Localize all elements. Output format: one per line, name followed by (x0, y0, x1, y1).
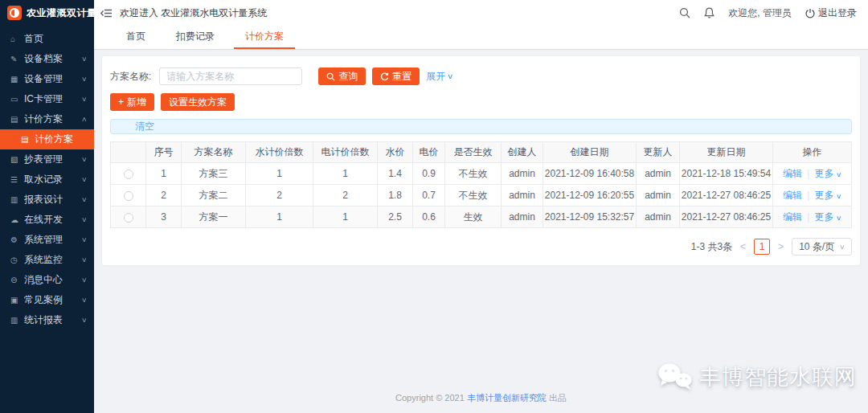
edit-link[interactable]: 编辑 (783, 190, 802, 201)
sidebar-item-ic-card-manage[interactable]: ▭IC卡管理∨ (0, 89, 94, 109)
plan-name-input[interactable] (159, 67, 302, 85)
row-radio-button[interactable] (124, 213, 133, 223)
sidebar-item-common-cases[interactable]: ▣常见案例∨ (0, 290, 94, 310)
search-button[interactable]: 查询 (318, 67, 366, 85)
reset-button[interactable]: 重置 (372, 67, 420, 85)
column-header: 操作 (773, 142, 852, 163)
more-link[interactable]: 更多 ∨ (814, 190, 841, 201)
sidebar-item-label: 取水记录 (24, 173, 82, 186)
wechat-icon (657, 362, 694, 392)
actions-cell: 编辑|更多 ∨ (773, 185, 852, 206)
table-cell: admin (637, 206, 680, 228)
sidebar-item-label: 在线开发 (24, 213, 82, 227)
row-radio-button[interactable] (124, 191, 133, 201)
selection-bar: 清空 (110, 119, 852, 134)
tab-pricing-plan[interactable]: 计价方案 (234, 26, 295, 49)
more-link[interactable]: 更多 ∨ (814, 211, 841, 223)
chevron-down-icon: ∨ (81, 176, 88, 183)
table-cell: 1 (246, 163, 313, 185)
table-header-row: 序号方案名称水计价倍数电计价倍数水价电价是否生效创建人创建日期更新人更新日期操作 (111, 142, 852, 163)
message-center-icon: ⊖ (10, 276, 24, 284)
page-number-button[interactable]: 1 (754, 239, 770, 255)
table-cell: 生效 (445, 206, 502, 228)
sidebar-toggle-icon[interactable] (100, 8, 113, 18)
tab-fee-records[interactable]: 扣费记录 (165, 26, 226, 49)
column-header: 序号 (146, 142, 182, 163)
user-greeting: 欢迎您, 管理员 (728, 6, 792, 20)
chevron-down-icon: ∨ (81, 276, 88, 284)
toolbar-row: + 新增 设置生效方案 (110, 93, 852, 111)
edit-link[interactable]: 编辑 (783, 211, 802, 223)
table-cell: 2021-12-09 15:32:57 (543, 206, 637, 228)
clear-selection-link[interactable]: 清空 (135, 120, 154, 133)
chevron-down-icon: ∨ (81, 216, 88, 223)
sidebar-item-stats-report[interactable]: ▥统计报表∨ (0, 310, 94, 330)
logout-button[interactable]: 退出登录 (805, 6, 857, 20)
column-header: 创建人 (502, 142, 543, 163)
sidebar-item-label: 计价方案 (35, 133, 87, 146)
chevron-down-icon: ∨ (447, 72, 454, 80)
select-cell (111, 163, 146, 185)
select-cell (111, 185, 146, 206)
sidebar-item-online-dev[interactable]: ☁在线开发∨ (0, 210, 94, 230)
tab-home[interactable]: 首页 (115, 26, 157, 49)
table-row: 2方案二221.80.7不生效admin2021-12-09 16:20:55a… (111, 185, 852, 206)
next-page-icon[interactable]: > (777, 241, 784, 252)
footer-org-link[interactable]: 丰博计量创新研究院 (467, 393, 547, 403)
sidebar-item-label: 系统管理 (24, 233, 82, 247)
table-cell: 0.6 (413, 206, 445, 228)
add-button[interactable]: + 新增 (110, 93, 154, 111)
column-header: 水价 (378, 142, 413, 163)
table-cell: 1 (146, 163, 182, 185)
edit-link[interactable]: 编辑 (783, 168, 802, 179)
meter-reading-icon: ▧ (10, 155, 24, 164)
chevron-down-icon: ∨ (81, 55, 88, 63)
home-icon: ⌂ (10, 35, 24, 43)
row-radio-button[interactable] (124, 170, 133, 179)
divider: | (807, 168, 809, 179)
table-row: 3方案一112.50.6生效admin2021-12-09 15:32:57ad… (111, 206, 852, 228)
chevron-down-icon: ∨ (839, 243, 845, 251)
sidebar-item-device-manage[interactable]: ▦设备管理∨ (0, 69, 94, 89)
brand-logo-half (11, 10, 14, 16)
expand-link[interactable]: 展开 ∨ (426, 70, 453, 84)
footer-copyright: Copyright © 2021 丰博计量创新研究院 出品 (94, 392, 868, 404)
pagination-total: 1-3 共3条 (691, 240, 732, 254)
chevron-down-icon: ∨ (836, 171, 842, 178)
table-cell: 1 (313, 206, 378, 228)
sidebar-item-water-records[interactable]: ☰取水记录∨ (0, 170, 94, 190)
actions-cell: 编辑|更多 ∨ (773, 206, 852, 228)
table-cell: 2021-12-27 08:46:25 (680, 185, 773, 206)
table-cell: 3 (146, 206, 182, 228)
set-effective-plan-button[interactable]: 设置生效方案 (161, 93, 235, 111)
sidebar-item-home[interactable]: ⌂首页 (0, 29, 94, 49)
table-cell: 方案三 (182, 163, 246, 185)
sidebar-item-report-design[interactable]: ▥报表设计∨ (0, 190, 94, 210)
sidebar-item-pricing-plan[interactable]: ▤计价方案∧ (0, 109, 94, 129)
filter-row: 方案名称: 查询 重置 (110, 67, 852, 85)
page-size-select[interactable]: 10 条/页 ∨ (792, 238, 852, 256)
more-link[interactable]: 更多 ∨ (814, 168, 841, 179)
tabbar: 首页扣费记录计价方案 (94, 26, 868, 50)
prev-page-icon[interactable]: < (739, 241, 747, 252)
device-manage-icon: ▦ (10, 75, 24, 84)
bell-icon[interactable] (704, 7, 714, 18)
sidebar-item-device-archive[interactable]: ✎设备档案∨ (0, 49, 94, 69)
table-cell: admin (637, 185, 680, 206)
power-icon (805, 8, 815, 18)
table-cell: 2 (146, 185, 182, 206)
table-cell: 1.4 (378, 163, 413, 185)
sidebar-item-system-manage[interactable]: ⚙系统管理∨ (0, 230, 94, 250)
search-icon[interactable] (679, 7, 690, 18)
table-cell: 0.9 (413, 163, 445, 185)
column-header: 更新日期 (680, 142, 773, 163)
content: 方案名称: 查询 重置 (94, 50, 868, 413)
sidebar-item-meter-reading[interactable]: ▧抄表管理∨ (0, 149, 94, 170)
column-header: 是否生效 (445, 142, 502, 163)
watermark: 丰博智能水联网 (657, 362, 857, 392)
sidebar-item-pricing-plan-sub[interactable]: ▤计价方案 (0, 129, 94, 149)
chevron-down-icon: ∨ (81, 96, 88, 103)
chevron-down-icon: ∨ (81, 196, 88, 203)
sidebar-item-message-center[interactable]: ⊖消息中心∨ (0, 270, 94, 290)
sidebar-item-system-monitor[interactable]: ◷系统监控∨ (0, 250, 94, 270)
